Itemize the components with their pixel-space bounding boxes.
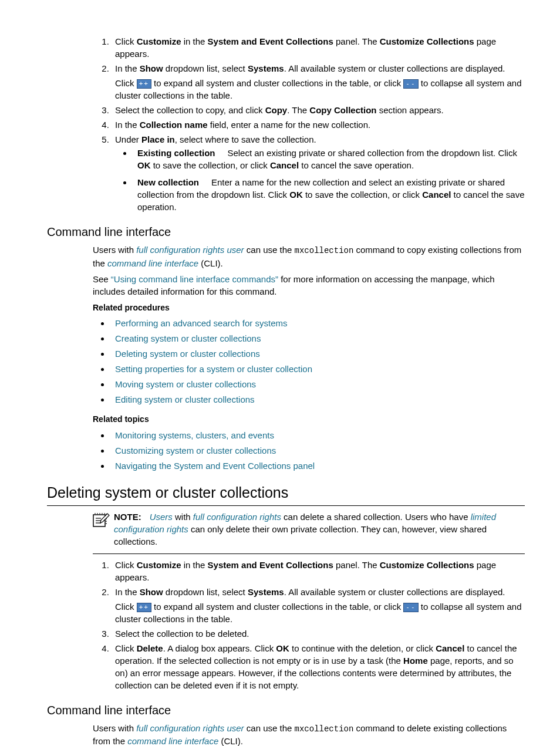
step-3: Select the collection to copy, and click… (112, 104, 525, 116)
steps-section: Click Customize in the System and Event … (93, 35, 525, 213)
section-heading-deleting: Deleting system or cluster collections (47, 482, 525, 503)
list-item: Editing system or cluster collections (110, 393, 525, 406)
cli-para-2: See “Using command line interface comman… (93, 273, 525, 298)
cli-block-2: Users with full configuration rights use… (93, 722, 525, 746)
step-2: In the Show dropdown list, select System… (112, 62, 525, 102)
dstep-4: Click Delete. A dialog box appears. Clic… (112, 642, 525, 691)
note-icon (93, 511, 114, 548)
dstep-1: Click Customize in the System and Event … (112, 559, 525, 583)
cli-heading-2: Command line interface (47, 702, 525, 718)
step-4: In the Collection name field, enter a na… (112, 119, 525, 131)
deleting-block: NOTE:Users with full configuration right… (93, 511, 525, 691)
collapse-icon[interactable]: -- (403, 79, 418, 89)
link-rp4[interactable]: Setting properties for a system or clust… (115, 364, 312, 374)
link-cli[interactable]: command line interface (107, 258, 198, 268)
link-rt3[interactable]: Navigating the System and Event Collecti… (115, 461, 315, 471)
link-full-config-rights[interactable]: full configuration rights (193, 512, 281, 522)
list-item: Moving system or cluster collections (110, 378, 525, 390)
link-rp1[interactable]: Performing an advanced search for system… (115, 318, 287, 328)
link-rp3[interactable]: Deleting system or cluster collections (115, 349, 260, 359)
step-5: Under Place in, select where to save the… (112, 133, 525, 213)
link-rp5[interactable]: Moving system or cluster collections (115, 379, 256, 389)
bullet-new: New collection Enter a name for the new … (133, 176, 525, 213)
cli-heading-1: Command line interface (47, 224, 525, 240)
link-full-config-rights-user-2[interactable]: full configuration rights user (136, 723, 244, 733)
list-item: Deleting system or cluster collections (110, 347, 525, 360)
note-text: NOTE:Users with full configuration right… (114, 511, 525, 548)
link-users[interactable]: Users (150, 512, 173, 522)
list-item: Customizing system or cluster collection… (110, 444, 525, 457)
link-rp2[interactable]: Creating system or cluster collections (115, 333, 261, 343)
note-block: NOTE:Users with full configuration right… (93, 511, 525, 548)
related-topics-heading: Related topics (93, 414, 525, 426)
cli2-para-1: Users with full configuration rights use… (93, 722, 525, 746)
link-rp6[interactable]: Editing system or cluster collections (115, 394, 255, 404)
link-rt1[interactable]: Monitoring systems, clusters, and events (115, 430, 274, 440)
step-1: Click Customize in the System and Event … (112, 35, 525, 60)
dstep-3: Select the collection to be deleted. (112, 627, 525, 640)
link-using-cli-commands[interactable]: “Using command line interface commands” (111, 274, 278, 284)
list-item: Navigating the System and Event Collecti… (110, 460, 525, 472)
related-procedures-heading: Related procedures (93, 302, 525, 314)
list-item: Creating system or cluster collections (110, 332, 525, 345)
link-full-config-rights-user[interactable]: full configuration rights user (136, 245, 244, 255)
expand-icon[interactable]: ++ (137, 79, 151, 89)
list-item: Monitoring systems, clusters, and events (110, 429, 525, 441)
cli-block-1: Users with full configuration rights use… (93, 244, 525, 472)
step-2-sub: Click ++ to expand all system and cluste… (115, 77, 525, 102)
dstep-2-sub: Click ++ to expand all system and cluste… (115, 600, 525, 625)
dstep-2: In the Show dropdown list, select System… (112, 586, 525, 625)
bullet-existing: Existing collection Select an existing p… (133, 147, 525, 171)
list-item: Setting properties for a system or clust… (110, 363, 525, 375)
note-rule (93, 553, 525, 554)
cli-para-1: Users with full configuration rights use… (93, 244, 525, 269)
link-cli-2[interactable]: command line interface (127, 736, 218, 746)
section-rule (47, 505, 525, 506)
collapse-icon[interactable]: -- (403, 603, 418, 612)
expand-icon[interactable]: ++ (137, 603, 151, 612)
list-item: Performing an advanced search for system… (110, 317, 525, 329)
link-rt2[interactable]: Customizing system or cluster collection… (115, 445, 276, 455)
